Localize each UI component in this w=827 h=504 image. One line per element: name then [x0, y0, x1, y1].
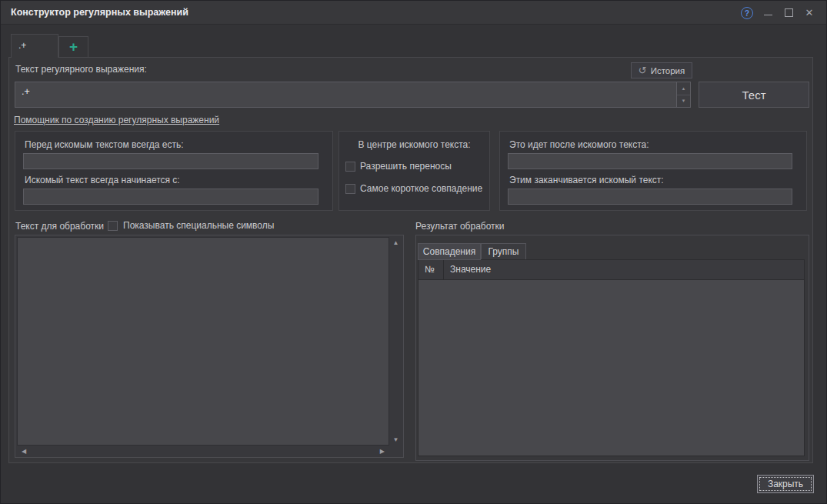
- focus-ring: [759, 477, 812, 491]
- column-number[interactable]: №: [419, 260, 444, 279]
- maximize-icon: [785, 8, 793, 17]
- show-special-label: Показывать специальные символы: [123, 220, 274, 231]
- history-button[interactable]: ↺ История: [631, 62, 692, 78]
- history-button-label: История: [651, 66, 685, 75]
- tab-expression[interactable]: .+: [11, 34, 58, 58]
- close-button[interactable]: Закрыть: [757, 475, 814, 493]
- show-special-row: Показывать специальные символы: [108, 220, 274, 231]
- plus-icon: +: [69, 38, 78, 55]
- starts-with-input[interactable]: [23, 189, 318, 205]
- tab-matches[interactable]: Совпадения: [418, 243, 481, 260]
- scroll-up-icon[interactable]: ▲: [390, 237, 402, 249]
- center-text-label: В центре искомого текста:: [339, 139, 489, 150]
- group-before-text: Перед искомым текстом всегда есть: Иском…: [15, 131, 333, 211]
- regex-helper-link[interactable]: Помощник по созданию регулярных выражени…: [14, 115, 219, 125]
- scroll-down-icon[interactable]: ▼: [390, 434, 402, 446]
- regex-input-value: .+: [22, 86, 30, 97]
- regex-input-spinner: ▲ ▼: [676, 82, 690, 107]
- window-controls: ? ✕: [741, 1, 826, 25]
- expression-panel: Текст регулярного выражения: ↺ История .…: [8, 57, 813, 463]
- maximize-button[interactable]: [782, 7, 795, 19]
- scroll-right-icon[interactable]: ▶: [375, 448, 389, 455]
- allow-wraps-label: Разрешить переносы: [360, 161, 452, 172]
- ends-with-input[interactable]: [508, 189, 792, 205]
- close-icon: ✕: [805, 7, 814, 18]
- result-label: Результат обработки: [415, 221, 505, 232]
- shortest-match-label: Самое короткое совпадение: [360, 183, 482, 194]
- history-clock-icon: ↺: [639, 65, 647, 75]
- spinner-up-icon[interactable]: ▲: [677, 82, 690, 95]
- tab-groups[interactable]: Группы: [481, 243, 526, 260]
- group-after-text: Это идет после искомого текста: Этим зак…: [499, 131, 807, 211]
- close-window-button[interactable]: ✕: [803, 7, 815, 19]
- shortest-match-row: Самое короткое совпадение: [345, 183, 482, 194]
- after-text-input[interactable]: [508, 153, 792, 169]
- show-special-checkbox[interactable]: [108, 221, 118, 231]
- regex-input[interactable]: .+ ▲ ▼: [15, 82, 691, 108]
- minimize-button[interactable]: [762, 7, 774, 19]
- source-textarea[interactable]: [17, 237, 389, 446]
- before-text-input[interactable]: [23, 153, 318, 169]
- test-button[interactable]: Тест: [699, 82, 809, 108]
- group-center-text: В центре искомого текста: Разрешить пере…: [338, 131, 490, 211]
- expression-label: Текст регулярного выражения:: [15, 64, 147, 75]
- horizontal-scrollbar[interactable]: ◀ ▶: [17, 446, 389, 456]
- result-table[interactable]: № Значение: [418, 259, 805, 456]
- regex-constructor-window: Конструктор регулярных выражений ? ✕ .+ …: [0, 0, 827, 504]
- result-table-header: № Значение: [419, 260, 804, 280]
- before-text-label: Перед искомым текстом всегда есть:: [25, 139, 184, 150]
- source-text-label: Текст для обработки: [15, 221, 104, 232]
- window-title: Конструктор регулярных выражений: [11, 1, 188, 24]
- ends-with-label: Этим заканчивается искомый текст:: [509, 175, 664, 185]
- column-value[interactable]: Значение: [444, 260, 491, 279]
- spinner-down-icon[interactable]: ▼: [677, 95, 690, 108]
- scroll-left-icon[interactable]: ◀: [17, 448, 31, 455]
- minimize-icon: [764, 15, 772, 15]
- shortest-match-checkbox[interactable]: [345, 184, 355, 194]
- help-icon[interactable]: ?: [741, 7, 753, 19]
- source-textarea-frame: ▲ ▼ ◀ ▶: [15, 235, 404, 458]
- vertical-scrollbar[interactable]: ▲ ▼: [390, 237, 402, 446]
- after-text-label: Это идет после искомого текста:: [509, 139, 649, 150]
- starts-with-label: Искомый текст всегда начинается с:: [25, 175, 180, 185]
- allow-wraps-row: Разрешить переносы: [345, 161, 452, 172]
- result-box: Совпадения Группы № Значение: [415, 235, 809, 461]
- title-bar: Конструктор регулярных выражений ? ✕: [1, 1, 826, 25]
- add-tab-button[interactable]: +: [58, 36, 88, 57]
- allow-wraps-checkbox[interactable]: [345, 162, 355, 172]
